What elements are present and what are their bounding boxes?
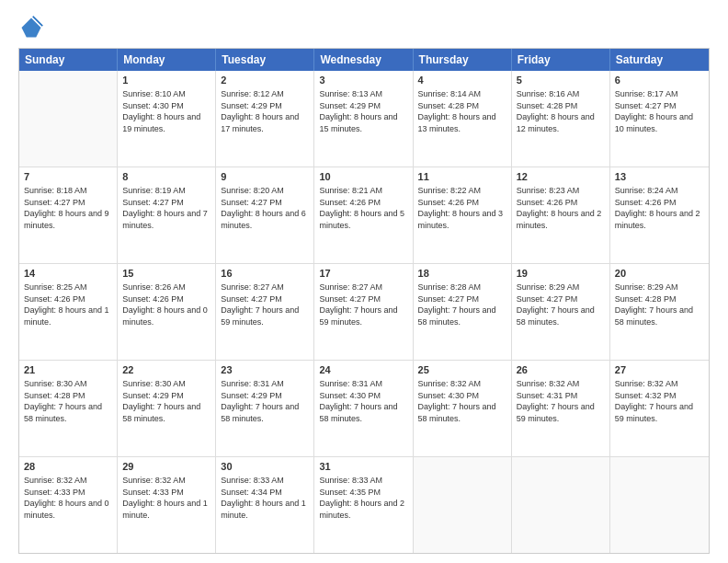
sunset: Sunset: 4:27 PM [122,198,184,207]
calendar-cell: 27Sunrise: 8:32 AMSunset: 4:32 PMDayligh… [610,361,709,456]
sunrise: Sunrise: 8:27 AM [319,282,382,292]
sunrise: Sunrise: 8:17 AM [615,89,678,98]
calendar-cell [512,457,610,553]
day-number: 4 [418,74,506,87]
day-number: 29 [122,460,210,474]
daylight: Daylight: 8 hours and 6 minutes. [221,209,306,230]
calendar-cell: 14Sunrise: 8:25 AMSunset: 4:26 PMDayligh… [19,264,118,360]
calendar-cell: 22Sunrise: 8:30 AMSunset: 4:29 PMDayligh… [118,361,216,456]
sunrise: Sunrise: 8:16 AM [517,89,580,98]
calendar-cell: 12Sunrise: 8:23 AMSunset: 4:26 PMDayligh… [512,167,610,263]
calendar-cell: 30Sunrise: 8:33 AMSunset: 4:34 PMDayligh… [216,457,314,553]
day-number: 26 [517,363,605,377]
logo-icon [18,15,44,40]
calendar-cell: 17Sunrise: 8:27 AMSunset: 4:27 PMDayligh… [314,264,413,360]
sunrise: Sunrise: 8:13 AM [319,89,382,98]
sunrise: Sunrise: 8:30 AM [122,379,186,388]
calendar-cell: 1Sunrise: 8:10 AMSunset: 4:30 PMDaylight… [118,71,216,167]
daylight: Daylight: 7 hours and 58 minutes. [517,305,595,327]
calendar-cell: 6Sunrise: 8:17 AMSunset: 4:27 PMDaylight… [610,71,709,167]
day-number: 6 [615,74,704,87]
sunrise: Sunrise: 8:23 AM [517,186,580,195]
calendar-cell [414,457,512,553]
sunrise: Sunrise: 8:32 AM [418,379,482,388]
sunset: Sunset: 4:30 PM [319,391,381,400]
logo [18,15,48,40]
sunrise: Sunrise: 8:10 AM [122,89,186,98]
sunset: Sunset: 4:34 PM [221,488,282,497]
daylight: Daylight: 7 hours and 59 minutes. [319,305,397,327]
sunset: Sunset: 4:27 PM [221,198,282,207]
sunset: Sunset: 4:33 PM [122,488,184,497]
sunrise: Sunrise: 8:18 AM [24,186,87,195]
sunset: Sunset: 4:28 PM [615,294,677,304]
sunrise: Sunrise: 8:32 AM [615,379,678,388]
day-number: 22 [122,363,210,377]
daylight: Daylight: 7 hours and 58 minutes. [615,305,693,327]
day-number: 3 [319,74,407,87]
sunset: Sunset: 4:27 PM [418,294,480,304]
day-number: 23 [221,363,309,377]
calendar-cell: 18Sunrise: 8:28 AMSunset: 4:27 PMDayligh… [414,264,512,360]
calendar-cell: 21Sunrise: 8:30 AMSunset: 4:28 PMDayligh… [19,361,118,456]
day-number: 8 [122,170,210,184]
sunrise: Sunrise: 8:12 AM [221,89,284,98]
daylight: Daylight: 8 hours and 1 minute. [122,499,208,520]
daylight: Daylight: 7 hours and 59 minutes. [221,305,299,327]
sunrise: Sunrise: 8:28 AM [418,282,482,292]
daylight: Daylight: 7 hours and 58 minutes. [418,402,496,423]
sunrise: Sunrise: 8:20 AM [221,186,284,195]
sunrise: Sunrise: 8:26 AM [122,282,186,292]
sunrise: Sunrise: 8:19 AM [122,186,186,195]
sunset: Sunset: 4:27 PM [319,294,381,304]
sunset: Sunset: 4:27 PM [517,294,578,304]
calendar-cell: 19Sunrise: 8:29 AMSunset: 4:27 PMDayligh… [512,264,610,360]
sunrise: Sunrise: 8:22 AM [418,186,482,195]
sunset: Sunset: 4:33 PM [24,488,85,497]
sunset: Sunset: 4:27 PM [221,294,282,304]
calendar: SundayMondayTuesdayWednesdayThursdayFrid… [18,48,710,554]
day-number: 13 [615,170,704,184]
page: SundayMondayTuesdayWednesdayThursdayFrid… [0,0,728,563]
calendar-cell: 29Sunrise: 8:32 AMSunset: 4:33 PMDayligh… [118,457,216,553]
daylight: Daylight: 8 hours and 0 minutes. [122,305,208,327]
sunrise: Sunrise: 8:31 AM [221,379,284,388]
calendar-week-5: 28Sunrise: 8:32 AMSunset: 4:33 PMDayligh… [19,456,709,553]
day-number: 30 [221,460,309,474]
daylight: Daylight: 7 hours and 58 minutes. [24,402,102,423]
sunset: Sunset: 4:26 PM [418,198,480,207]
daylight: Daylight: 8 hours and 7 minutes. [122,209,208,230]
calendar-cell [610,457,709,553]
header-cell-sunday: Sunday [19,49,118,71]
day-number: 18 [418,267,506,281]
header-cell-wednesday: Wednesday [314,49,413,71]
calendar-cell: 28Sunrise: 8:32 AMSunset: 4:33 PMDayligh… [19,457,118,553]
daylight: Daylight: 8 hours and 2 minutes. [615,209,700,230]
daylight: Daylight: 7 hours and 58 minutes. [418,305,496,327]
calendar-week-4: 21Sunrise: 8:30 AMSunset: 4:28 PMDayligh… [19,360,709,456]
daylight: Daylight: 8 hours and 1 minute. [221,499,306,520]
header-cell-tuesday: Tuesday [216,49,314,71]
calendar-body: 1Sunrise: 8:10 AMSunset: 4:30 PMDaylight… [19,71,709,553]
calendar-cell: 26Sunrise: 8:32 AMSunset: 4:31 PMDayligh… [512,361,610,456]
calendar-week-2: 7Sunrise: 8:18 AMSunset: 4:27 PMDaylight… [19,167,709,263]
sunrise: Sunrise: 8:32 AM [122,476,186,485]
daylight: Daylight: 7 hours and 58 minutes. [221,402,299,423]
sunset: Sunset: 4:28 PM [418,101,480,110]
sunset: Sunset: 4:27 PM [24,198,85,207]
sunset: Sunset: 4:32 PM [615,391,677,400]
calendar-cell: 7Sunrise: 8:18 AMSunset: 4:27 PMDaylight… [19,167,118,263]
day-number: 20 [615,267,704,281]
calendar-cell: 2Sunrise: 8:12 AMSunset: 4:29 PMDaylight… [216,71,314,167]
sunset: Sunset: 4:26 PM [122,294,184,304]
sunrise: Sunrise: 8:31 AM [319,379,382,388]
calendar-cell: 24Sunrise: 8:31 AMSunset: 4:30 PMDayligh… [314,361,413,456]
sunrise: Sunrise: 8:21 AM [319,186,382,195]
day-number: 27 [615,363,704,377]
sunrise: Sunrise: 8:29 AM [517,282,580,292]
sunset: Sunset: 4:29 PM [221,391,282,400]
day-number: 15 [122,267,210,281]
sunrise: Sunrise: 8:30 AM [24,379,87,388]
sunset: Sunset: 4:27 PM [615,101,677,110]
calendar-cell: 9Sunrise: 8:20 AMSunset: 4:27 PMDaylight… [216,167,314,263]
